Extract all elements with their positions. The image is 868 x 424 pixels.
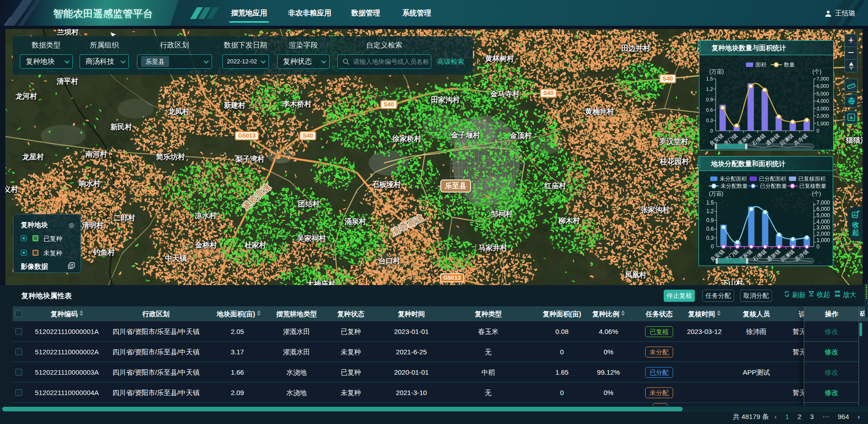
svg-text:未分配面积: 未分配面积	[720, 176, 747, 182]
svg-text:(万亩): (万亩)	[709, 191, 723, 197]
svg-text:1.2: 1.2	[706, 86, 713, 92]
svg-text:7,000: 7,000	[816, 200, 830, 206]
svg-text:0: 0	[710, 128, 713, 133]
svg-text:已复核数量: 已复核数量	[799, 183, 826, 189]
svg-text:2,000: 2,000	[816, 231, 830, 237]
svg-text:1.5: 1.5	[706, 76, 713, 81]
svg-text:0: 0	[816, 243, 820, 250]
svg-text:6,000: 6,000	[816, 83, 829, 89]
svg-text:5,000: 5,000	[816, 91, 829, 96]
svg-text:0.3: 0.3	[706, 235, 714, 241]
svg-text:0.9: 0.9	[706, 217, 714, 224]
svg-text:1.5: 1.5	[706, 200, 714, 206]
svg-text:数量: 数量	[784, 62, 795, 68]
svg-text:已分配数量: 已分配数量	[760, 183, 787, 189]
svg-text:(万亩): (万亩)	[709, 68, 724, 75]
svg-text:4,000: 4,000	[816, 219, 830, 225]
svg-text:0: 0	[711, 243, 714, 250]
svg-text:已分配面积: 已分配面积	[759, 176, 787, 182]
svg-text:5,000: 5,000	[816, 212, 830, 219]
svg-text:1.2: 1.2	[706, 208, 714, 214]
svg-text:1,000: 1,000	[816, 121, 829, 126]
svg-text:4,000: 4,000	[816, 98, 829, 104]
svg-text:7,000: 7,000	[816, 76, 829, 81]
svg-text:3,000: 3,000	[816, 106, 829, 111]
svg-text:0.9: 0.9	[706, 97, 713, 102]
svg-text:已复核面积: 已复核面积	[798, 176, 826, 182]
svg-text:6,000: 6,000	[816, 206, 830, 212]
svg-text:3,000: 3,000	[816, 224, 830, 231]
svg-text:0.3: 0.3	[706, 118, 713, 123]
svg-text:(个): (个)	[812, 68, 821, 75]
svg-text:面积: 面积	[755, 62, 767, 68]
svg-text:0.6: 0.6	[706, 107, 713, 113]
svg-text:0: 0	[816, 128, 819, 133]
svg-text:未分配数量: 未分配数量	[721, 183, 748, 189]
svg-text:(个): (个)	[812, 191, 821, 197]
svg-text:2,000: 2,000	[816, 113, 829, 119]
svg-text:1,000: 1,000	[816, 237, 830, 243]
svg-text:0.6: 0.6	[706, 226, 714, 232]
